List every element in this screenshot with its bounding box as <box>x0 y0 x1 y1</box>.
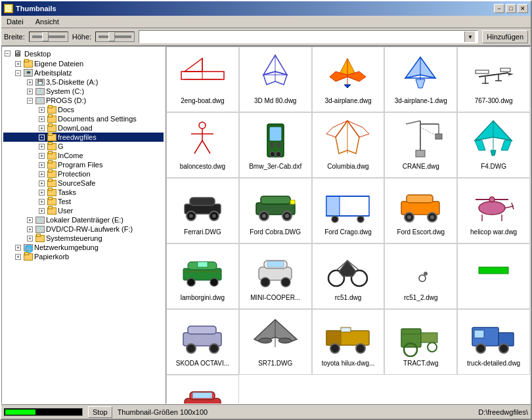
thumb-3d-airplane-1[interactable]: 3d-airplane-1.dwg <box>384 47 457 112</box>
drive-35-icon: 💾 <box>35 79 45 86</box>
breite-slider[interactable] <box>29 32 68 42</box>
tree-item-arbeitsplatz[interactable]: − 💻 Arbeitsplatz <box>3 68 164 77</box>
tree-item-freedwg[interactable]: + freedwgfiles <box>3 133 164 142</box>
thumb-bmw[interactable]: Bmw_3er-Cab.dxf <box>239 112 312 178</box>
thumb-skoda[interactable]: SKODA OCTAVI... <box>166 309 239 375</box>
tree-item-protection[interactable]: + Protection <box>3 169 164 178</box>
svg-point-113 <box>356 344 365 353</box>
thumb-helicop-war[interactable]: helicop war.dwg <box>457 178 530 243</box>
thumb-rc51-2[interactable]: rc51_2.dwg <box>384 243 457 309</box>
expand-test-icon[interactable]: + <box>39 199 45 205</box>
menu-datei[interactable]: Datei <box>4 17 26 26</box>
add-button[interactable]: Hinzufügen <box>482 30 528 43</box>
tree-item-netzwerk[interactable]: + 🌐 Netzwerkumgebung <box>3 243 164 252</box>
thumb-ford-cobra[interactable]: Ford Cobra.DWG <box>239 178 312 243</box>
thumb-3d-airplane[interactable]: 3d-airplane.dwg <box>312 47 385 112</box>
maximize-button[interactable]: □ <box>506 4 516 13</box>
expand-arbeitsplatz-icon[interactable]: − <box>15 70 21 76</box>
thumb-ferrari[interactable]: Ferrari.DWG <box>166 178 239 243</box>
tree-item-tasks[interactable]: + Tasks <box>3 188 164 197</box>
expand-35disk-icon[interactable]: + <box>27 79 33 85</box>
thumb-img-crane <box>395 116 447 161</box>
minimize-button[interactable]: − <box>494 4 504 13</box>
thumb-lamborgini[interactable]: lamborgini.dwg <box>166 243 239 309</box>
expand-papierkorb-icon[interactable]: + <box>15 254 21 260</box>
expand-protection-icon[interactable]: + <box>39 171 45 177</box>
thumb-name-sr71: SR71.DWG <box>258 360 292 367</box>
tree-item-system-c[interactable]: + 💿 System (C:) <box>3 87 164 96</box>
tree-item-lokale[interactable]: + 💿 Lokaler Datenträger (E:) <box>3 215 164 224</box>
tree-item-dvd[interactable]: + 💿 DVD/CD-RW-Laufwerk (F:) <box>3 224 164 234</box>
expand-dvd-icon[interactable]: + <box>27 226 33 232</box>
tree-item-desktop[interactable]: − 🖥 Desktop <box>3 48 164 59</box>
thumb-img-vw2 <box>176 378 229 404</box>
status-size-text: Thumbnail-Größen 100x100 <box>118 408 208 416</box>
svg-marker-96 <box>339 261 356 276</box>
tree-item-sourcesafe[interactable]: + SourceSafe <box>3 178 164 188</box>
tree-item-35diskette[interactable]: + 💾 3,5-Diskette (A:) <box>3 77 164 87</box>
thumb-baloncesto[interactable]: baloncesto.dwg <box>166 112 239 178</box>
expand-freedwg-icon[interactable]: + <box>39 135 45 140</box>
thumb-f4[interactable]: F4.DWG <box>457 112 530 178</box>
tree-item-eigene[interactable]: + Eigene Dateien <box>3 59 164 68</box>
thumb-3dmd80[interactable]: 3D Md 80.dwg <box>239 47 312 112</box>
tree-item-test[interactable]: + Test <box>3 197 164 206</box>
thumb-ford-escort[interactable]: Ford Escort.dwg <box>384 178 457 243</box>
thumb-name-3dmd80: 3D Md 80.dwg <box>254 97 296 104</box>
expand-progsd-icon[interactable]: − <box>27 98 33 104</box>
expand-eigene-icon[interactable]: + <box>15 61 21 67</box>
tree-item-income[interactable]: + InCome <box>3 151 164 160</box>
menu-ansicht[interactable]: Ansicht <box>33 17 62 26</box>
expand-g-icon[interactable]: + <box>39 144 45 150</box>
thumb-767-300[interactable]: 767-300.dwg <box>457 47 530 112</box>
expand-sysc-icon[interactable]: + <box>27 89 33 94</box>
combo-arrow-icon[interactable]: ▼ <box>464 32 475 42</box>
close-button[interactable]: ✕ <box>518 4 528 13</box>
tree-item-docs[interactable]: + Docs <box>3 105 164 114</box>
thumb-greenbar[interactable] <box>457 243 530 309</box>
tree-item-programfiles[interactable]: + Program Files <box>3 160 164 169</box>
thumb-img-rc51 <box>322 247 374 293</box>
tree-item-g[interactable]: + G <box>3 142 164 151</box>
expand-netzwerk-icon[interactable]: + <box>15 245 21 251</box>
tree-item-download[interactable]: + DownLoad <box>3 123 164 133</box>
tree-label-programfiles: Program Files <box>58 161 102 169</box>
hoehe-slider[interactable] <box>95 32 135 42</box>
thumb-vw2[interactable]: Vw2.dwg <box>166 375 239 404</box>
thumb-sr71[interactable]: SR71.DWG <box>239 309 312 375</box>
tree-item-papierkorb[interactable]: + Papierkorb <box>3 252 164 261</box>
tree-item-systemsteuerung[interactable]: + Systemsteuerung <box>3 234 164 243</box>
expand-income-icon[interactable]: + <box>39 153 45 159</box>
tree-item-user[interactable]: + User <box>3 206 164 215</box>
thumb-toyota[interactable]: toyota hilux-dwg... <box>312 309 385 375</box>
thumb-truck-detailed[interactable]: truck-detailed.dwg <box>457 309 530 375</box>
thumb-name-rc51: rc51.dwg <box>335 294 362 301</box>
thumb-columbia[interactable]: Columbia.dwg <box>312 112 385 178</box>
thumb-crane[interactable]: CRANE.dwg <box>384 112 457 178</box>
tree-item-docssettings[interactable]: + Documents and Settings <box>3 114 164 123</box>
expand-progfiles-icon[interactable]: + <box>39 162 45 168</box>
tree-label-docs: Docs <box>58 106 74 114</box>
expand-docssettings-icon[interactable]: + <box>39 116 45 122</box>
path-combo[interactable]: ▼ <box>139 30 478 43</box>
expand-download-icon[interactable]: + <box>39 125 45 131</box>
expand-desktop-icon[interactable]: − <box>5 51 11 56</box>
expand-tasks-icon[interactable]: + <box>39 190 45 196</box>
folder-g-icon <box>47 143 56 150</box>
thumb-tract[interactable]: TRACT.dwg <box>384 309 457 375</box>
expand-syssteuer-icon[interactable]: + <box>27 236 33 242</box>
tree-panel[interactable]: − 🖥 Desktop + Eigene Dateien − 💻 Arbeits… <box>1 46 166 404</box>
tree-label-arbeitsplatz: Arbeitsplatz <box>34 69 72 77</box>
stop-button[interactable]: Stop <box>88 406 112 418</box>
tree-item-progs-d[interactable]: − 💿 PROGS (D:) <box>3 96 164 105</box>
expand-docs-icon[interactable]: + <box>39 107 45 113</box>
expand-lokale-icon[interactable]: + <box>27 217 33 223</box>
svg-point-124 <box>499 344 508 353</box>
thumbnail-panel[interactable]: 2eng-boat.dwg 3D Md 80.dwg <box>166 46 531 404</box>
thumb-ford-crago[interactable]: Ford Crago.dwg <box>312 178 385 243</box>
expand-sourcesafe-icon[interactable]: + <box>39 180 45 186</box>
expand-user-icon[interactable]: + <box>39 208 45 214</box>
thumb-mini-cooper[interactable]: MINI-COOPER... <box>239 243 312 309</box>
thumb-2eng-boat[interactable]: 2eng-boat.dwg <box>166 47 239 112</box>
thumb-rc51[interactable]: rc51.dwg <box>312 243 385 309</box>
